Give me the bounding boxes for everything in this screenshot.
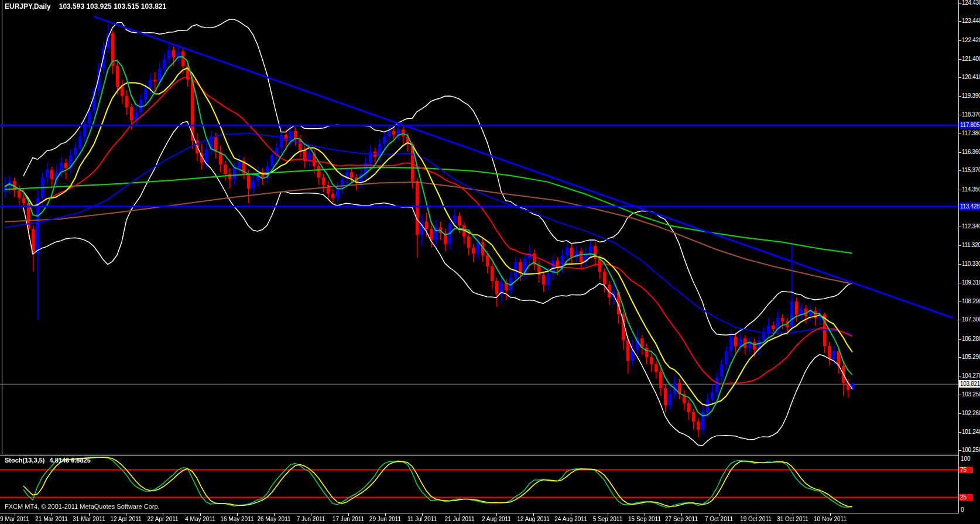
price-axis-label: 106.280 — [962, 335, 980, 342]
price-axis-label: 115.370 — [962, 167, 980, 173]
date-axis-label: 2 Aug 2011 — [482, 516, 511, 522]
price-highlight-badge: 103.821 — [959, 380, 980, 388]
symbol-period-label: EURJPY,Daily — [5, 2, 51, 11]
date-axis-label: 12 Apr 2011 — [110, 516, 141, 522]
date-axis-label: 11 Jul 2011 — [407, 516, 437, 522]
price-axis-label: 116.360 — [962, 149, 980, 155]
copyright-text: FXCM MT4, © 2001-2011 MetaQuotes Softwar… — [5, 503, 160, 510]
price-axis-label: 109.310 — [962, 279, 980, 286]
price-axis-label: 122.420 — [962, 37, 980, 43]
price-axis-tick — [959, 283, 961, 283]
price-axis-tick — [959, 115, 961, 115]
price-axis-label: 107.300 — [962, 316, 980, 323]
price-axis-tick — [959, 133, 961, 134]
price-axis-label: 103.250 — [962, 391, 980, 398]
price-axis-label: 118.370 — [962, 111, 980, 118]
price-axis-label: 111.320 — [962, 242, 980, 248]
panel-separator-bottom[interactable] — [0, 455, 959, 455]
price-axis-label: 117.380 — [962, 130, 980, 136]
date-axis-label: 31 Mar 2011 — [73, 516, 105, 522]
ohlc-values: 103.593 103.925 103.515 103.821 — [59, 2, 167, 11]
price-axis-tick — [959, 190, 961, 190]
date-axis-label: 5 Sep 2011 — [593, 516, 622, 522]
price-axis-tick — [959, 395, 961, 395]
price-axis[interactable]: 124.430123.440122.420121.400120.410119.3… — [959, 0, 980, 513]
date-axis-label: 21 Mar 2011 — [35, 516, 67, 522]
date-axis-label: 19 Oct 2011 — [740, 516, 772, 522]
stochastic-title: Stoch(13,3,5)4.8146 6.8825 — [5, 457, 91, 464]
date-axis-label: 9 Mar 2011 — [0, 516, 29, 522]
price-axis-label: 105.290 — [962, 354, 980, 360]
price-axis-tick — [959, 302, 961, 302]
price-axis-tick — [959, 264, 961, 265]
price-axis-tick — [959, 96, 961, 97]
date-axis-label: 24 Aug 2011 — [554, 516, 587, 522]
price-axis-tick — [959, 450, 961, 451]
date-axis-label: 26 May 2011 — [257, 516, 290, 522]
price-chart-canvas[interactable] — [0, 0, 958, 454]
price-axis-label: 114.350 — [962, 186, 980, 193]
date-axis-label: 27 Sep 2011 — [665, 516, 698, 522]
price-axis-label: 124.430 — [962, 0, 980, 6]
chart-title: EURJPY,Daily103.593 103.925 103.515 103.… — [5, 2, 166, 11]
date-axis-label: 21 Jul 2011 — [445, 516, 475, 522]
price-axis-tick — [959, 357, 961, 358]
price-highlight-badge: 117.805 — [959, 121, 980, 129]
date-axis-label: 7 Oct 2011 — [705, 516, 733, 522]
price-highlight-badge: 113.428 — [959, 203, 980, 210]
panel-separator-top[interactable] — [0, 454, 959, 454]
price-axis-tick — [959, 3, 961, 4]
mt4-chart-window: EURJPY,Daily103.593 103.925 103.515 103.… — [0, 0, 980, 524]
stoch-axis-label: 25 — [959, 494, 973, 501]
price-axis-label: 102.260 — [962, 410, 980, 416]
price-axis-tick — [959, 40, 961, 41]
price-axis-label: 112.340 — [962, 223, 980, 230]
price-axis-label: 120.410 — [962, 74, 980, 80]
price-axis-tick — [959, 170, 961, 171]
price-axis-tick — [959, 227, 961, 227]
price-axis-tick — [959, 21, 961, 22]
price-axis-label: 123.440 — [962, 18, 980, 24]
date-axis-label: 31 Oct 2011 — [777, 516, 808, 522]
price-axis-tick — [959, 245, 961, 246]
date-axis-label: 15 Sep 2011 — [628, 516, 661, 522]
stochastic-label: Stoch(13,3,5) — [5, 457, 44, 464]
price-axis-label: 108.290 — [962, 298, 980, 304]
date-axis-label: 17 Jun 2011 — [333, 516, 364, 522]
price-axis-tick — [959, 339, 961, 340]
price-axis-label: 119.390 — [962, 93, 980, 99]
price-axis-tick — [959, 77, 961, 78]
date-axis-label: 22 Apr 2011 — [147, 516, 178, 522]
date-axis-label: 7 Jun 2011 — [297, 516, 325, 522]
price-axis-tick — [959, 152, 961, 153]
price-axis-label: 110.330 — [962, 261, 980, 267]
stoch-axis-label: 100 — [961, 455, 971, 462]
date-axis-label: 12 Aug 2011 — [517, 516, 549, 522]
stoch-axis-label: 75 — [959, 467, 973, 473]
price-axis-tick — [959, 413, 961, 414]
stoch-axis-label: 0 — [961, 506, 964, 513]
price-axis-label: 100.250 — [962, 447, 980, 453]
date-axis-label: 4 May 2011 — [185, 516, 215, 522]
price-axis-tick — [959, 320, 961, 320]
price-axis-label: 104.270 — [962, 372, 980, 379]
date-axis-label: 16 May 2011 — [220, 516, 253, 522]
time-axis[interactable]: 9 Mar 201121 Mar 201131 Mar 201112 Apr 2… — [0, 513, 980, 524]
price-axis-tick — [959, 59, 961, 60]
price-axis-label: 101.240 — [962, 429, 980, 435]
price-axis-tick — [959, 432, 961, 433]
stochastic-values: 4.8146 6.8825 — [49, 457, 90, 464]
date-axis-label: 29 Jun 2011 — [369, 516, 401, 522]
date-axis-label: 10 Nov 2011 — [814, 516, 847, 522]
price-axis-label: 121.400 — [962, 56, 980, 62]
price-axis-tick — [959, 376, 961, 376]
